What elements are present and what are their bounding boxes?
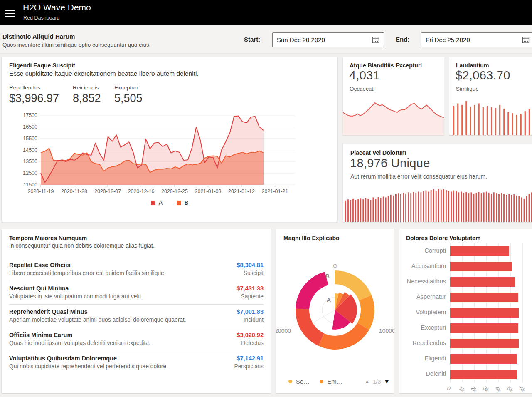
app-subtitle: Red Dashboard xyxy=(23,15,60,21)
section-title: Distinctio Aliquid Harum xyxy=(2,33,75,40)
legend-dot xyxy=(320,380,323,383)
wheel-legend-item[interactable]: Em… xyxy=(320,378,343,385)
item-aux-value: Perspiciatis xyxy=(234,363,264,370)
item-name: Repellat Esse Officiis xyxy=(9,262,70,268)
svg-text:2020-11-19: 2020-11-19 xyxy=(27,189,54,194)
hbar-category-label: Repellendus xyxy=(399,340,446,346)
card-title: Eligendi Eaque Suscipit xyxy=(9,62,75,69)
svg-text:2021-01-21: 2021-01-21 xyxy=(262,189,288,194)
end-date-label: End: xyxy=(396,36,409,43)
stat-list: Repellat Esse OfficiisLibero occaecati t… xyxy=(9,258,264,375)
hbar-category-label: Necessitatibus xyxy=(399,278,446,285)
svg-text:17500: 17500 xyxy=(23,112,37,118)
hbar-category-label: Voluptatem xyxy=(399,309,446,315)
item-name: Voluptatibus Quibusdam Doloremque xyxy=(9,355,117,362)
hbar-row: Accusantium xyxy=(399,259,532,274)
stat-list-item: Repellat Esse OfficiisLibero occaecati t… xyxy=(9,258,264,281)
item-aux-value: Delectus xyxy=(241,340,264,346)
hbar-bar xyxy=(450,370,517,379)
hbar-category-label: Aspernatur xyxy=(399,293,446,300)
item-value: $8,304.81 xyxy=(236,262,264,268)
hbar-row: Eligendi xyxy=(399,351,532,367)
hbar-bar xyxy=(450,308,519,318)
start-date-input[interactable] xyxy=(273,33,367,47)
card-subtitle: In consequuntur quia non debitis dolorem… xyxy=(9,243,155,249)
card-placeat: Placeat Vel Dolorum 18,976 Unique Aut re… xyxy=(343,144,532,222)
card-value: 4,031 xyxy=(349,69,380,82)
section-toolbar: Distinctio Aliquid Harum Quos inventore … xyxy=(0,25,532,53)
svg-text:2020-12-25: 2020-12-25 xyxy=(161,189,188,194)
svg-text:12500: 12500 xyxy=(23,170,37,176)
atque-sparkline-chart xyxy=(343,95,444,135)
app-title: H2O Wave Demo xyxy=(23,2,91,12)
pager-down-icon[interactable]: ▼ xyxy=(384,378,390,385)
item-description: Qui nobis cupiditate reprehenderit vel p… xyxy=(9,363,168,370)
svg-text:15500: 15500 xyxy=(23,136,37,141)
card-value: $2,063.70 xyxy=(456,69,510,82)
item-description: Voluptates in iste voluptatum commodi fu… xyxy=(9,293,143,300)
wheel-legend: Se…Em…▲1/3▼ xyxy=(288,378,388,385)
legend-swatch-a xyxy=(151,201,155,205)
hbar-bar xyxy=(450,293,518,302)
x-axis-tick-label: 2k xyxy=(470,385,478,393)
card-dolores: Dolores Dolore Voluptatem CorruptiAccusa… xyxy=(399,229,532,393)
svg-text:11500: 11500 xyxy=(23,182,37,188)
hbar-bar xyxy=(450,323,518,333)
item-aux-value: Sapiente xyxy=(241,293,264,300)
main-area-chart: 115001250013500145001550016500175002020-… xyxy=(2,110,326,198)
hamburger-menu-icon[interactable] xyxy=(5,8,15,17)
hbar-bar xyxy=(450,354,517,364)
item-value: $7,142.91 xyxy=(236,355,264,362)
svg-text:0: 0 xyxy=(333,262,337,269)
section-subtitle: Quos inventore illum similique optio con… xyxy=(2,42,150,48)
calendar-icon[interactable] xyxy=(372,36,379,44)
hbar-row: Aspernatur xyxy=(399,290,532,305)
placeat-bars-chart xyxy=(343,183,532,222)
hbar-bar xyxy=(450,339,519,348)
end-date-picker[interactable] xyxy=(421,32,532,47)
stat-excepturi: Excepturi 5,505 xyxy=(114,84,143,105)
x-axis-tick-label: 1k xyxy=(458,385,466,393)
wheel-legend-item[interactable]: Se… xyxy=(288,378,310,385)
x-axis-tick-label: 0 xyxy=(446,385,452,392)
hbar-category-label: Deleniti xyxy=(399,370,446,377)
stat-list-item: Reprehenderit Quasi MinusAperiam molesti… xyxy=(9,305,264,328)
svg-text:20000: 20000 xyxy=(276,328,291,334)
x-axis-tick-label: 5k xyxy=(506,385,514,393)
item-description: Aperiam molestiae voluptate animi quos a… xyxy=(9,317,186,323)
x-axis-tick-label: 4k xyxy=(494,385,502,393)
magni-wheel-chart: 0BA1000020000 xyxy=(276,246,394,370)
legend-pager: ▲1/3▼ xyxy=(365,378,390,385)
pager-page-indicator: 1/3 xyxy=(373,378,381,385)
legend-item-a[interactable]: A xyxy=(151,199,163,206)
card-caption: Similique xyxy=(456,86,479,92)
start-date-picker[interactable] xyxy=(272,32,384,47)
card-title: Tempora Maiores Numquam xyxy=(9,235,87,241)
svg-text:14500: 14500 xyxy=(23,147,37,153)
hbar-bar xyxy=(450,246,509,256)
item-aux-value: Incidunt xyxy=(244,317,264,323)
item-value: $3,020.92 xyxy=(236,332,264,338)
card-title: Placeat Vel Dolorum xyxy=(350,149,406,156)
pager-up-icon[interactable]: ▲ xyxy=(365,378,370,385)
card-caption: Occaecati xyxy=(350,86,374,92)
svg-text:B: B xyxy=(325,273,330,280)
card-tempora: Tempora Maiores Numquam In consequuntur … xyxy=(2,229,271,393)
svg-text:2021-01-03: 2021-01-03 xyxy=(195,189,222,194)
legend-item-b[interactable]: B xyxy=(177,199,188,206)
calendar-icon[interactable] xyxy=(522,36,530,44)
svg-text:2020-12-16: 2020-12-16 xyxy=(128,189,155,194)
hbar-row: Corrupti xyxy=(399,243,532,259)
svg-text:13500: 13500 xyxy=(23,159,37,164)
card-caption: Aut rerum mollitia error velit consequat… xyxy=(350,173,487,180)
card-title: Magni Illo Explicabo xyxy=(283,235,340,241)
end-date-input[interactable] xyxy=(421,33,517,47)
hbar-row: Repellendus xyxy=(399,336,532,351)
card-title: Dolores Dolore Voluptatem xyxy=(406,235,480,241)
app-header: H2O Wave Demo Red Dashboard xyxy=(0,0,532,25)
item-value: $7,001.83 xyxy=(236,308,264,315)
item-description: Quas hic modi ipsam voluptas deleniti ve… xyxy=(9,340,150,346)
item-aux-value: Suscipit xyxy=(244,270,264,276)
hbar-row: Necessitatibus xyxy=(399,274,532,290)
stat-list-item: Voluptatibus Quibusdam DoloremqueQui nob… xyxy=(9,351,264,375)
